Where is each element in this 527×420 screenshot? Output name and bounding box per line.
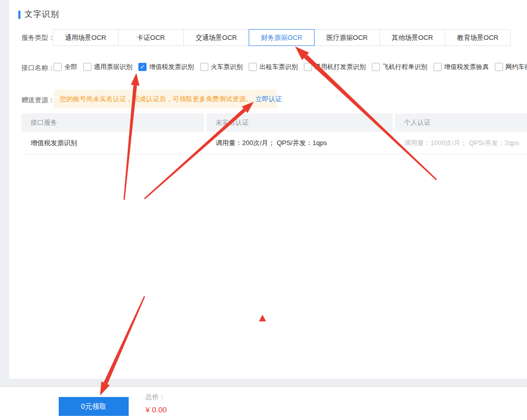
interface-checkbox-item[interactable]: 火车票识别 bbox=[200, 63, 243, 72]
table-row: 增值税发票识别调用量：200次/月； QPS/并发：1qps调用量：1000次/… bbox=[21, 132, 527, 154]
table-header-row: 接口服务未实名认证个人认证 bbox=[21, 113, 527, 132]
checkbox-label: 通用机打发票识别 bbox=[315, 63, 366, 72]
table-body: 增值税发票识别调用量：200次/月； QPS/并发：1qps调用量：1000次/… bbox=[21, 132, 527, 154]
service-tab[interactable]: 交通场景OCR bbox=[183, 29, 249, 46]
checkbox-label: 通用票据识别 bbox=[94, 63, 132, 72]
checkbox-label: 出租车票识别 bbox=[259, 63, 298, 72]
checkbox-icon[interactable] bbox=[372, 63, 380, 71]
notice-text: 您的账号尚未实名认证，完成认证后，可领取更多免费测试资源。 bbox=[60, 95, 252, 104]
footer-bar: 0元领取 总价： ¥ 0.00 bbox=[0, 387, 527, 420]
page: 文字识别 服务类型： 通用场景OCR卡证OCR交通场景OCR财务票据OCR医疗票… bbox=[0, 0, 527, 420]
checkbox-label: 全部 bbox=[64, 63, 77, 72]
quota-table: 接口服务未实名认证个人认证 增值税发票识别调用量：200次/月； QPS/并发：… bbox=[21, 113, 527, 154]
service-type-tabs: 通用场景OCR卡证OCR交通场景OCR财务票据OCR医疗票据OCR其他场景OCR… bbox=[53, 29, 511, 46]
total-price-block: 总价： ¥ 0.00 bbox=[146, 392, 167, 414]
checkbox-icon[interactable] bbox=[249, 63, 257, 71]
table-header-cell: 未实名认证 bbox=[206, 113, 393, 132]
arrow-to-finance-tab-head bbox=[295, 46, 309, 60]
interface-checkbox-item[interactable]: 全部 bbox=[54, 63, 77, 72]
interface-checkbox-item[interactable]: 出租车票识别 bbox=[249, 63, 298, 72]
service-tab[interactable]: 通用场景OCR bbox=[53, 29, 118, 46]
interface-checkbox-item[interactable]: 飞机行程单识别 bbox=[372, 63, 427, 72]
checkbox-icon[interactable] bbox=[304, 63, 312, 71]
total-price-value: ¥ 0.00 bbox=[146, 405, 167, 414]
small-red-triangle-marker bbox=[259, 315, 266, 321]
footer-gap bbox=[0, 379, 527, 387]
interface-checkbox-item[interactable]: 增值税发票验真 bbox=[434, 63, 489, 72]
checkbox-icon[interactable] bbox=[200, 63, 208, 71]
total-price-label: 总价： bbox=[146, 392, 167, 402]
table-cell: 增值税发票识别 bbox=[21, 132, 204, 154]
table-header-cell: 个人认证 bbox=[395, 113, 527, 132]
interface-checkbox-item[interactable]: 通用机打发票识别 bbox=[304, 63, 366, 72]
checkbox-label: 增值税发票验真 bbox=[444, 63, 489, 72]
checkbox-label: 网约车行程单识别 bbox=[506, 63, 527, 72]
page-gutter bbox=[0, 0, 9, 387]
service-type-label: 服务类型： bbox=[21, 33, 55, 42]
checkbox-icon[interactable] bbox=[83, 63, 91, 71]
free-resources-label: 赠送资源： bbox=[21, 96, 55, 105]
checkbox-icon[interactable] bbox=[54, 63, 62, 71]
checkbox-label: 火车票识别 bbox=[211, 63, 243, 72]
table-cell: 调用量：1000次/月； QPS/并发：2qps bbox=[395, 132, 527, 154]
interface-name-label: 接口名称： bbox=[21, 63, 55, 73]
checkbox-label: 飞机行程单识别 bbox=[382, 63, 427, 72]
checkbox-icon[interactable] bbox=[434, 63, 442, 71]
page-title: 文字识别 bbox=[25, 9, 59, 20]
checkbox-icon[interactable] bbox=[495, 63, 503, 71]
service-tab[interactable]: 卡证OCR bbox=[118, 29, 184, 46]
interface-checkbox-item[interactable]: 网约车行程单识别 bbox=[495, 63, 527, 72]
service-tab-selected[interactable]: 财务票据OCR bbox=[249, 29, 315, 46]
interface-checkbox-item[interactable]: ✓增值税发票识别 bbox=[138, 63, 194, 72]
interface-checkbox-item[interactable]: 通用票据识别 bbox=[83, 63, 132, 72]
verification-notice: 您的账号尚未实名认证，完成认证后，可领取更多免费测试资源。 立即认证 bbox=[54, 89, 277, 108]
title-accent-bar bbox=[18, 11, 20, 19]
checkbox-label: 增值税发票识别 bbox=[149, 63, 194, 72]
service-tab[interactable]: 教育场景OCR bbox=[445, 29, 511, 46]
interface-checkbox-row: 全部通用票据识别✓增值税发票识别火车票识别出租车票识别通用机打发票识别飞机行程单… bbox=[54, 59, 527, 75]
page-title-row: 文字识别 bbox=[18, 9, 59, 20]
service-tab[interactable]: 其他场景OCR bbox=[379, 29, 445, 46]
table-header-cell: 接口服务 bbox=[21, 113, 204, 132]
service-tab[interactable]: 医疗票据OCR bbox=[314, 29, 380, 46]
claim-free-button[interactable]: 0元领取 bbox=[59, 397, 129, 416]
table-cell: 调用量：200次/月； QPS/并发：1qps bbox=[206, 132, 393, 154]
verify-now-link[interactable]: 立即认证 bbox=[255, 95, 282, 104]
checkbox-checked-icon[interactable]: ✓ bbox=[138, 63, 147, 71]
arrow-to-claim-button-shaft bbox=[104, 296, 145, 384]
